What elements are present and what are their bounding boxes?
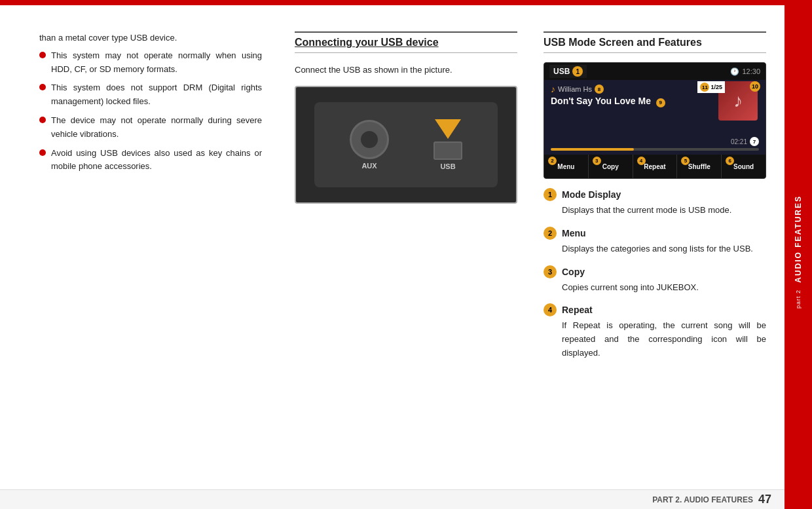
screen-time-display: 🕐 12:30	[730, 67, 760, 76]
sound-ctrl-label: Sound	[733, 163, 754, 170]
shuffle-control-btn[interactable]: 5 Shuffle	[677, 155, 722, 178]
repeat-ctrl-num: 4	[637, 157, 646, 165]
usb-panel: AUX USB	[314, 102, 498, 187]
song-num-badge: 9	[656, 98, 665, 107]
sidebar-label: AUDIO FEATURES	[794, 195, 803, 283]
track-info-badge: 11 1/25	[697, 81, 725, 93]
usb-label: USB	[440, 162, 455, 170]
feature-4: 4 Repeat If Repeat is operating, the cur…	[544, 303, 766, 360]
bullet-item-1: This system may not operate normally whe…	[39, 49, 262, 77]
album-num-badge: 10	[750, 81, 760, 92]
copy-ctrl-label: Copy	[602, 163, 619, 170]
time-value: 12:30	[742, 67, 760, 75]
artist-name-display: ♪ William Hs 8	[551, 84, 665, 94]
bullet-text-4: Avoid using USB devices also used as key…	[51, 147, 262, 174]
feature-2-badge: 2	[544, 227, 557, 240]
usb-port-group: USB	[434, 119, 462, 170]
feature-1-badge: 1	[544, 188, 557, 201]
progress-bar-fill	[551, 148, 634, 151]
intro-text: than a metal cover type USB device.	[39, 31, 262, 45]
feature-2-title: Menu	[562, 228, 586, 238]
feature-2-header: 2 Menu	[544, 227, 766, 240]
menu-ctrl-label: Menu	[557, 163, 574, 170]
feature-2: 2 Menu Displays the categories and song …	[544, 227, 766, 256]
feature-4-badge: 4	[544, 303, 557, 316]
artist-num-badge: 8	[595, 85, 604, 94]
feature-4-title: Repeat	[562, 305, 593, 315]
feature-3-header: 3 Copy	[544, 265, 766, 278]
music-symbol: ♪	[551, 84, 555, 94]
aux-label: AUX	[361, 162, 377, 170]
features-list: 1 Mode Display Displays that the current…	[544, 188, 766, 360]
feature-1-header: 1 Mode Display	[544, 188, 766, 201]
progress-badge: 7	[750, 137, 759, 146]
bullet-list: This system may not operate normally whe…	[39, 49, 262, 174]
progress-bar-bg	[551, 148, 759, 151]
screen-song-info: ♪ William Hs 8 Don't Say You Love Me 9	[551, 84, 665, 107]
repeat-control-btn[interactable]: 4 Repeat	[633, 155, 678, 178]
feature-1-desc: Displays that the current mode is USB mo…	[544, 204, 766, 217]
progress-time-text: 02:21	[731, 138, 747, 145]
clock-icon: 🕐	[730, 67, 739, 76]
usb-image: AUX USB	[295, 86, 517, 204]
sidebar-part: part 2	[795, 290, 802, 309]
middle-column: Connecting your USB device Connect the U…	[282, 5, 530, 509]
artist-name-text: William Hs	[558, 85, 592, 93]
bullet-dot-4	[39, 149, 46, 156]
screen-top-bar: USB 1 🕐 12:30	[544, 63, 766, 80]
connecting-section-title: Connecting your USB device	[295, 31, 517, 53]
bullet-item-2: This system does not support DRM (Digita…	[39, 81, 262, 109]
screen-progress: 02:21 7	[551, 137, 759, 151]
feature-3-desc: Copies current song into JUKEBOX.	[544, 281, 766, 295]
sound-control-btn[interactable]: 6 Sound	[722, 155, 766, 178]
feature-1: 1 Mode Display Displays that the current…	[544, 188, 766, 217]
song-title-text: Don't Say You Love Me	[551, 96, 651, 106]
music-note-icon: ♪	[733, 90, 743, 111]
feature-3-badge: 3	[544, 265, 557, 278]
top-bar	[0, 0, 812, 5]
footer-text: PART 2. AUDIO FEATURES	[652, 495, 753, 504]
feature-3: 3 Copy Copies current song into JUKEBOX.	[544, 265, 766, 295]
usb-text: USB	[553, 67, 570, 76]
aux-inner	[360, 130, 379, 149]
copy-ctrl-num: 3	[593, 157, 601, 165]
bullet-dot	[39, 52, 46, 58]
shuffle-ctrl-label: Shuffle	[688, 163, 710, 170]
feature-3-title: Copy	[562, 267, 585, 277]
footer-bar: PART 2. AUDIO FEATURES 47	[0, 489, 784, 509]
screen-controls: 2 Menu 3 Copy 4 Repeat 5 Shuffle 6 Sou	[544, 155, 766, 178]
right-column: USB Mode Screen and Features USB 1 🕐 12:…	[530, 5, 812, 509]
usb-mode-badge: USB 1	[549, 65, 587, 78]
feature-1-title: Mode Display	[562, 189, 621, 200]
mode-num-badge: 1	[572, 66, 583, 77]
feature-2-desc: Displays the categories and song lists f…	[544, 242, 766, 256]
feature-4-header: 4 Repeat	[544, 303, 766, 316]
usb-mode-section-title: USB Mode Screen and Features	[544, 31, 766, 53]
bullet-dot-3	[39, 117, 46, 123]
bullet-text-3: The device may not operate normally duri…	[51, 114, 262, 141]
left-column: than a metal cover type USB device. This…	[0, 5, 282, 509]
usb-arrow-icon	[435, 119, 461, 139]
aux-port-group: AUX	[350, 120, 389, 170]
aux-port	[350, 120, 389, 159]
bullet-text-1: This system may not operate normally whe…	[51, 49, 262, 77]
bullet-item-3: The device may not operate normally duri…	[39, 114, 262, 141]
feature-4-desc: If Repeat is operating, the current song…	[544, 319, 766, 360]
menu-ctrl-num: 2	[548, 157, 557, 165]
connecting-description: Connect the USB as shown in the picture.	[295, 64, 517, 77]
progress-time-display: 02:21 7	[551, 137, 759, 146]
track-badge-num: 11	[700, 83, 709, 92]
bullet-text-2: This system does not support DRM (Digita…	[51, 81, 262, 109]
song-title-display: Don't Say You Love Me 9	[551, 96, 665, 107]
bullet-dot-2	[39, 84, 46, 90]
page-number: 47	[758, 493, 771, 506]
track-total: 1/25	[710, 84, 722, 90]
copy-control-btn[interactable]: 3 Copy	[589, 155, 633, 178]
repeat-ctrl-label: Repeat	[644, 163, 665, 170]
menu-control-btn[interactable]: 2 Menu	[544, 155, 589, 178]
usb-screen-mockup: USB 1 🕐 12:30 ♪ 10 11 1/25 ♪	[544, 62, 766, 179]
usb-slot	[434, 141, 462, 160]
bullet-item-4: Avoid using USB devices also used as key…	[39, 147, 262, 174]
right-sidebar: AUDIO FEATURES part 2	[784, 0, 812, 509]
